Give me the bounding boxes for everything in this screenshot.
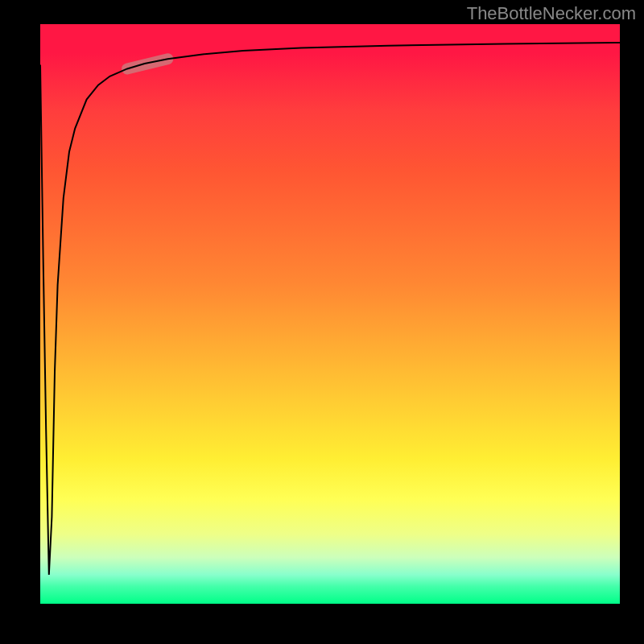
plot-area [40,24,620,604]
curve-line [40,43,620,575]
watermark-text: TheBottleNecker.com [467,3,636,24]
chart-svg [40,24,620,604]
